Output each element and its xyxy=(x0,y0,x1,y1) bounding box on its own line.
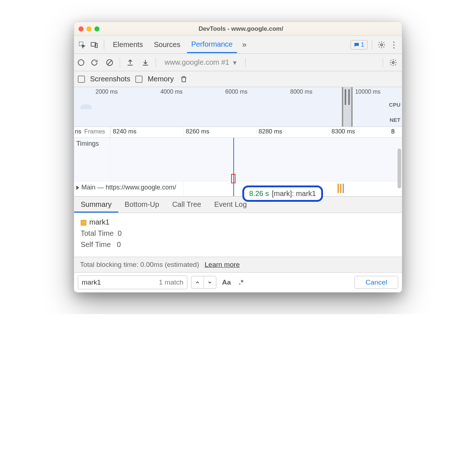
timings-row[interactable]: Timings xyxy=(74,138,402,182)
mark-tooltip: 8.26 s [mark]: mark1 xyxy=(242,185,323,202)
trash-icon[interactable] xyxy=(179,74,189,84)
cpu-bump xyxy=(81,104,92,109)
search-input[interactable]: mark1 1 match xyxy=(78,276,187,289)
learn-more-link[interactable]: Learn more xyxy=(205,261,240,268)
cancel-button[interactable]: Cancel xyxy=(354,276,398,289)
svg-point-3 xyxy=(381,44,383,46)
main-toolbar: Elements Sources Performance » 1 ⋮ xyxy=(74,36,402,54)
blocking-footer: Total blocking time: 0.00ms (estimated) … xyxy=(74,257,402,272)
scrollbar-thumb[interactable] xyxy=(398,149,401,188)
main-row[interactable]: Main — https://www.google.com/ xyxy=(74,182,402,196)
case-toggle[interactable]: Aa xyxy=(220,278,233,286)
capture-options: Screenshots Memory xyxy=(74,71,402,87)
kebab-icon[interactable]: ⋮ xyxy=(389,40,399,50)
memory-checkbox[interactable] xyxy=(135,76,143,83)
task-stripes xyxy=(337,184,344,193)
screenshots-checkbox[interactable] xyxy=(78,76,85,83)
devtools-window: DevTools - www.google.com/ Elements Sour… xyxy=(74,22,402,293)
issues-badge[interactable]: 1 xyxy=(350,40,367,50)
search-bar: mark1 1 match Aa .* Cancel xyxy=(74,272,402,292)
tab-bottomup[interactable]: Bottom-Up xyxy=(118,197,166,213)
overview-window-handle[interactable] xyxy=(342,87,353,127)
tab-performance[interactable]: Performance xyxy=(187,37,237,53)
clear-icon[interactable] xyxy=(105,57,115,68)
details-tabs: Summary Bottom-Up Call Tree Event Log xyxy=(74,196,402,213)
overview-ticks: 2000 ms 4000 ms 6000 ms 8000 ms 10000 ms xyxy=(74,87,402,95)
next-match-button[interactable] xyxy=(204,276,216,289)
upload-icon[interactable] xyxy=(125,57,135,68)
badge-count: 1 xyxy=(361,41,364,48)
regex-toggle[interactable]: .* xyxy=(237,278,246,286)
timing-marker[interactable] xyxy=(231,174,235,183)
tab-elements[interactable]: Elements xyxy=(109,37,147,52)
inspect-icon[interactable] xyxy=(77,40,87,50)
reload-icon[interactable] xyxy=(89,57,99,68)
device-icon[interactable] xyxy=(89,40,99,50)
time-ruler: ns Frames 8240 ms 8260 ms 8280 ms 8300 m… xyxy=(74,127,402,138)
screenshots-label: Screenshots xyxy=(90,75,130,83)
flamechart-pane: ns Frames 8240 ms 8260 ms 8280 ms 8300 m… xyxy=(74,127,402,196)
prev-match-button[interactable] xyxy=(191,276,204,289)
more-tabs-icon[interactable]: » xyxy=(239,40,249,50)
settings-icon[interactable] xyxy=(377,40,387,50)
summary-name: mark1 xyxy=(89,218,110,226)
color-swatch xyxy=(81,220,86,226)
expand-icon[interactable] xyxy=(76,185,79,190)
net-label: NET xyxy=(390,117,400,123)
tab-sources[interactable]: Sources xyxy=(149,37,184,52)
download-icon[interactable] xyxy=(140,57,150,68)
recording-selector[interactable]: www.google.com #1 ▾ xyxy=(161,58,240,67)
capture-settings-icon[interactable] xyxy=(388,57,398,68)
tab-calltree[interactable]: Call Tree xyxy=(166,197,208,213)
search-nav xyxy=(191,276,216,289)
tab-summary[interactable]: Summary xyxy=(74,197,118,213)
titlebar: DevTools - www.google.com/ xyxy=(74,22,402,36)
memory-label: Memory xyxy=(148,75,174,83)
summary-panel: mark1 Total Time 0 Self Time 0 xyxy=(74,213,402,257)
cpu-label: CPU xyxy=(389,102,400,108)
record-button[interactable] xyxy=(78,59,84,66)
perf-toolbar: www.google.com #1 ▾ xyxy=(74,54,402,71)
time-cursor xyxy=(233,138,234,196)
svg-line-5 xyxy=(107,60,112,65)
window-title: DevTools - www.google.com/ xyxy=(84,25,398,33)
overview-pane[interactable]: 2000 ms 4000 ms 6000 ms 8000 ms 10000 ms… xyxy=(74,87,402,127)
svg-point-6 xyxy=(392,61,394,64)
close-icon[interactable] xyxy=(78,26,84,31)
